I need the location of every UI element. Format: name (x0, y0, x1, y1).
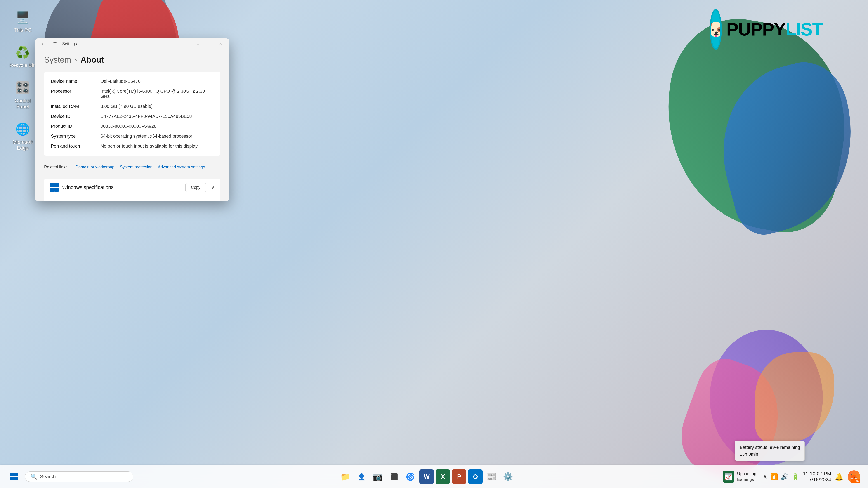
breadcrumb-chevron: › (75, 56, 77, 63)
upcoming-earnings-icon: 📈 (723, 471, 735, 483)
related-links: Related links Domain or workgroup System… (44, 160, 220, 174)
this-pc-label: This PC (14, 27, 31, 33)
svg-rect-0 (10, 473, 13, 476)
system-type-label: System type (51, 133, 101, 139)
clock-date: 7/18/2024 (803, 477, 831, 483)
taskbar-outlook[interactable]: O (468, 469, 483, 484)
related-links-label: Related links (44, 165, 67, 170)
puppy-avatar: 🐶 (710, 9, 722, 50)
device-name-label: Device name (51, 79, 101, 84)
taskbar-left: 🔍 Search (7, 469, 133, 484)
system-type-value: 64-bit operating system, x64-based proce… (101, 133, 192, 139)
upcoming-earnings-line1: Upcoming (737, 471, 756, 477)
search-icon: 🔍 (31, 474, 37, 480)
notification-button[interactable]: 🔔 (835, 473, 843, 481)
recycle-bin-icon: ♻️ (14, 44, 31, 61)
info-row-product-id: Product ID 00330-80000-00000-AA928 (51, 121, 214, 131)
taskbar-edge-app[interactable]: 🌀 (403, 469, 417, 484)
volume-icon[interactable]: 🔊 (781, 473, 789, 481)
collapse-chevron-icon: ∧ (212, 185, 215, 190)
wifi-icon[interactable]: 📶 (770, 473, 778, 481)
battery-status-line2: 13h 3min (740, 451, 800, 457)
system-protection-link[interactable]: System protection (118, 164, 154, 171)
win-quad-3 (50, 188, 54, 192)
battery-icon[interactable]: 🔋 (792, 473, 799, 481)
pen-touch-label: Pen and touch (51, 144, 101, 149)
pen-touch-value: No pen or touch input is available for t… (101, 144, 197, 149)
system-tray: ∧ 📶 🔊 🔋 (763, 473, 799, 481)
puppy-list-text: PUPPYLIST (726, 19, 823, 40)
win-quad-2 (55, 183, 59, 187)
desktop-icon-recycle-bin[interactable]: ♻️ Recycle Bin (9, 44, 36, 68)
edition-label: Edition (51, 200, 101, 201)
maximize-button[interactable]: □ (204, 40, 215, 48)
taskbar-user1[interactable]: 👤 (354, 469, 369, 484)
win-spec-body: Edition Windows 11 Pro Version 23H2 Inst… (44, 196, 220, 201)
win-quad-1 (50, 183, 54, 187)
ram-label: Installed RAM (51, 104, 101, 109)
start-button[interactable] (7, 469, 21, 484)
svg-rect-2 (10, 477, 13, 480)
upcoming-earnings-widget[interactable]: 📈 Upcoming Earnings (720, 470, 759, 484)
advanced-system-settings-link[interactable]: Advanced system settings (156, 164, 207, 171)
device-id-value: B4777AE2-2435-4FF8-94AD-7155A485BE08 (101, 114, 192, 119)
windows-spec-container: Windows specifications Copy ∧ Edition Wi… (44, 179, 220, 201)
windows-spec-header[interactable]: Windows specifications Copy ∧ (44, 179, 220, 196)
desktop-icon-edge[interactable]: 🌐 Microsoft Edge (9, 121, 36, 151)
desktop-icon-control-panel[interactable]: 🎛️ Control Panel (9, 80, 36, 110)
close-button[interactable]: ✕ (215, 40, 226, 48)
chevron-tray-icon[interactable]: ∧ (763, 473, 767, 481)
device-id-label: Device ID (51, 114, 101, 119)
taskbar-settings[interactable]: ⚙️ (501, 469, 515, 484)
desktop-icons-container: 🖥️ This PC ♻️ Recycle Bin 🎛️ Control Pan… (9, 9, 36, 151)
desktop: 🖥️ This PC ♻️ Recycle Bin 🎛️ Control Pan… (0, 0, 868, 488)
puppy-list-cyan: LIST (785, 19, 823, 39)
copy-button[interactable]: Copy (185, 183, 206, 192)
taskbar-powerpoint[interactable]: P (452, 469, 466, 484)
user-avatar-wrap: 🦊 PRE (847, 469, 861, 484)
win-spec-left: Windows specifications (50, 183, 114, 192)
processor-label: Processor (51, 89, 101, 99)
window-controls: – □ ✕ (192, 40, 226, 48)
battery-tooltip: Battery status: 99% remaining 13h 3min (735, 440, 805, 461)
clock-time: 11:10:07 PM (803, 471, 831, 477)
back-button[interactable]: ← (39, 39, 48, 49)
domain-workgroup-link[interactable]: Domain or workgroup (74, 164, 116, 171)
recycle-bin-label: Recycle Bin (9, 62, 36, 68)
taskbar-news[interactable]: 📰 (485, 469, 499, 484)
product-id-value: 00330-80000-00000-AA928 (101, 124, 156, 129)
taskbar-photos[interactable]: 📷 (370, 469, 385, 484)
desktop-icon-this-pc[interactable]: 🖥️ This PC (9, 9, 36, 33)
puppy-logo: 🐶 PUPPYLIST (710, 4, 823, 54)
svg-rect-1 (14, 473, 18, 476)
hamburger-menu[interactable]: ☰ (51, 39, 59, 49)
control-panel-icon: 🎛️ (14, 80, 31, 96)
window-title: Settings (62, 41, 77, 46)
edition-value: Windows 11 Pro (101, 200, 133, 201)
search-bar[interactable]: 🔍 Search (25, 471, 133, 482)
taskbar-word[interactable]: W (419, 469, 434, 484)
win-spec-title: Windows specifications (62, 184, 114, 190)
info-row-pen-touch: Pen and touch No pen or touch input is a… (51, 141, 214, 151)
product-id-label: Product ID (51, 124, 101, 129)
taskbar-file-explorer[interactable]: 📁 (338, 469, 352, 484)
control-panel-label: Control Panel (9, 98, 36, 110)
upcoming-earnings-text: Upcoming Earnings (737, 471, 756, 482)
taskbar-center-apps: 📁 👤 📷 ⬛ 🌀 W X P O 📰 ⚙️ (338, 469, 515, 484)
minimize-button[interactable]: – (192, 40, 203, 48)
bg-art-7 (755, 353, 834, 443)
svg-rect-3 (14, 477, 18, 480)
edge-label: Microsoft Edge (9, 139, 36, 151)
device-name-value: Dell-Latitude-E5470 (101, 79, 141, 84)
taskbar-multi[interactable]: ⬛ (387, 469, 401, 484)
windows-start-icon (10, 472, 18, 481)
search-placeholder: Search (40, 474, 56, 480)
settings-window: ← ☰ Settings – □ ✕ System › About Device… (35, 38, 229, 201)
clock-area[interactable]: 11:10:07 PM 7/18/2024 (803, 471, 831, 483)
taskbar-right: 📈 Upcoming Earnings ∧ 📶 🔊 🔋 11:10:07 PM … (720, 469, 861, 484)
device-info-section: Device name Dell-Latitude-E5470 Processo… (44, 72, 220, 155)
ram-value: 8.00 GB (7.90 GB usable) (101, 104, 153, 109)
taskbar-excel[interactable]: X (436, 469, 450, 484)
breadcrumb-current: About (81, 55, 104, 65)
info-row-device-id: Device ID B4777AE2-2435-4FF8-94AD-7155A4… (51, 112, 214, 121)
